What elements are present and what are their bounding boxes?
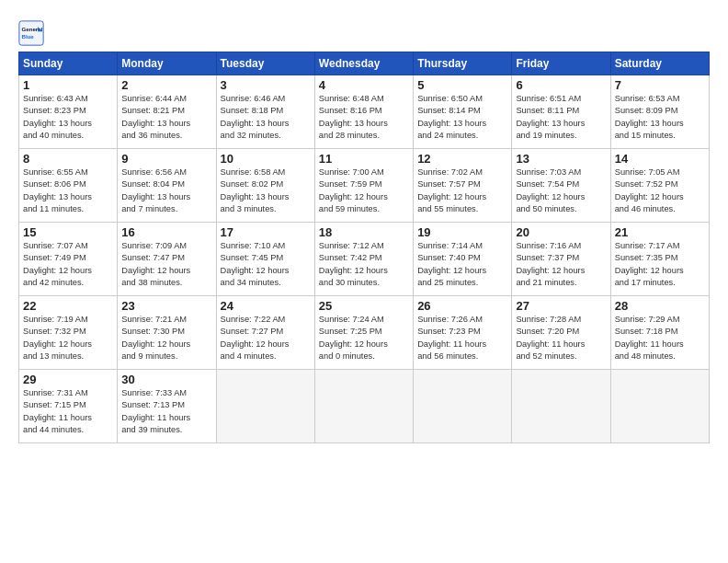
day-info: Sunrise: 6:53 AMSunset: 8:09 PMDaylight:…	[615, 93, 705, 143]
calendar-cell: 15Sunrise: 7:07 AMSunset: 7:49 PMDayligh…	[19, 223, 118, 296]
day-number: 13	[516, 152, 606, 166]
logo-icon: General Blue	[18, 20, 44, 46]
day-number: 10	[221, 152, 311, 166]
calendar-cell: 28Sunrise: 7:29 AMSunset: 7:18 PMDayligh…	[610, 296, 709, 370]
weekday-header-thursday: Thursday	[414, 52, 512, 75]
day-info: Sunrise: 7:14 AMSunset: 7:40 PMDaylight:…	[417, 240, 507, 290]
calendar-cell	[610, 370, 709, 443]
day-info: Sunrise: 7:28 AMSunset: 7:20 PMDaylight:…	[516, 314, 606, 363]
day-number: 9	[121, 152, 211, 166]
calendar-cell: 14Sunrise: 7:05 AMSunset: 7:52 PMDayligh…	[610, 149, 709, 223]
day-info: Sunrise: 7:16 AMSunset: 7:37 PMDaylight:…	[516, 240, 606, 290]
day-info: Sunrise: 7:09 AMSunset: 7:47 PMDaylight:…	[121, 240, 211, 290]
calendar-week-1: 1Sunrise: 6:43 AMSunset: 8:23 PMDaylight…	[19, 75, 710, 149]
day-number: 16	[121, 225, 211, 239]
day-number: 23	[121, 299, 211, 313]
day-info: Sunrise: 6:51 AMSunset: 8:11 PMDaylight:…	[516, 93, 606, 143]
day-info: Sunrise: 6:44 AMSunset: 8:21 PMDaylight:…	[121, 93, 211, 143]
calendar-cell: 4Sunrise: 6:48 AMSunset: 8:16 PMDaylight…	[314, 75, 413, 149]
calendar-cell: 10Sunrise: 6:58 AMSunset: 8:02 PMDayligh…	[216, 149, 314, 223]
calendar-cell	[512, 370, 610, 443]
calendar-cell: 16Sunrise: 7:09 AMSunset: 7:47 PMDayligh…	[118, 223, 216, 296]
weekday-header-monday: Monday	[118, 52, 216, 75]
calendar-cell	[314, 370, 413, 443]
day-number: 26	[417, 299, 507, 313]
calendar-week-4: 22Sunrise: 7:19 AMSunset: 7:32 PMDayligh…	[19, 296, 710, 370]
weekday-header-row: SundayMondayTuesdayWednesdayThursdayFrid…	[19, 52, 710, 75]
day-number: 12	[417, 152, 507, 166]
calendar-cell: 13Sunrise: 7:03 AMSunset: 7:54 PMDayligh…	[512, 149, 610, 223]
weekday-header-tuesday: Tuesday	[216, 52, 314, 75]
day-number: 5	[417, 78, 507, 92]
day-number: 29	[23, 373, 113, 386]
calendar-cell: 29Sunrise: 7:31 AMSunset: 7:15 PMDayligh…	[19, 370, 118, 443]
calendar-cell: 1Sunrise: 6:43 AMSunset: 8:23 PMDaylight…	[19, 75, 118, 149]
day-info: Sunrise: 7:33 AMSunset: 7:13 PMDaylight:…	[121, 387, 211, 437]
day-number: 14	[615, 152, 705, 166]
day-info: Sunrise: 6:46 AMSunset: 8:18 PMDaylight:…	[221, 93, 311, 143]
calendar-cell: 2Sunrise: 6:44 AMSunset: 8:21 PMDaylight…	[118, 75, 216, 149]
day-info: Sunrise: 7:03 AMSunset: 7:54 PMDaylight:…	[516, 167, 606, 216]
day-info: Sunrise: 7:22 AMSunset: 7:27 PMDaylight:…	[221, 314, 311, 363]
weekday-header-wednesday: Wednesday	[314, 52, 413, 75]
day-number: 24	[221, 299, 311, 313]
weekday-header-sunday: Sunday	[19, 52, 118, 75]
day-info: Sunrise: 6:50 AMSunset: 8:14 PMDaylight:…	[417, 93, 507, 143]
calendar-cell: 11Sunrise: 7:00 AMSunset: 7:59 PMDayligh…	[314, 149, 413, 223]
day-info: Sunrise: 6:48 AMSunset: 8:16 PMDaylight:…	[319, 93, 409, 143]
day-info: Sunrise: 7:19 AMSunset: 7:32 PMDaylight:…	[23, 314, 113, 363]
day-info: Sunrise: 7:10 AMSunset: 7:45 PMDaylight:…	[221, 240, 311, 290]
day-number: 1	[23, 78, 113, 92]
calendar-cell: 8Sunrise: 6:55 AMSunset: 8:06 PMDaylight…	[19, 149, 118, 223]
calendar-cell: 18Sunrise: 7:12 AMSunset: 7:42 PMDayligh…	[314, 223, 413, 296]
calendar-cell: 21Sunrise: 7:17 AMSunset: 7:35 PMDayligh…	[610, 223, 709, 296]
calendar-cell: 22Sunrise: 7:19 AMSunset: 7:32 PMDayligh…	[19, 296, 118, 370]
day-info: Sunrise: 7:02 AMSunset: 7:57 PMDaylight:…	[417, 167, 507, 216]
calendar-week-3: 15Sunrise: 7:07 AMSunset: 7:49 PMDayligh…	[19, 223, 710, 296]
logo: General Blue	[18, 20, 48, 46]
calendar-cell: 5Sunrise: 6:50 AMSunset: 8:14 PMDaylight…	[414, 75, 512, 149]
calendar-cell	[216, 370, 314, 443]
calendar-cell: 12Sunrise: 7:02 AMSunset: 7:57 PMDayligh…	[414, 149, 512, 223]
day-number: 4	[319, 78, 409, 92]
day-number: 2	[121, 78, 211, 92]
calendar-week-5: 29Sunrise: 7:31 AMSunset: 7:15 PMDayligh…	[19, 370, 710, 443]
day-info: Sunrise: 7:26 AMSunset: 7:23 PMDaylight:…	[417, 314, 507, 363]
weekday-header-friday: Friday	[512, 52, 610, 75]
day-info: Sunrise: 7:24 AMSunset: 7:25 PMDaylight:…	[319, 314, 409, 363]
weekday-header-saturday: Saturday	[610, 52, 709, 75]
day-info: Sunrise: 6:56 AMSunset: 8:04 PMDaylight:…	[121, 167, 211, 216]
day-number: 25	[319, 299, 409, 313]
day-number: 19	[417, 225, 507, 239]
day-info: Sunrise: 6:58 AMSunset: 8:02 PMDaylight:…	[221, 167, 311, 216]
day-number: 21	[615, 225, 705, 239]
day-number: 20	[516, 225, 606, 239]
day-number: 28	[615, 299, 705, 313]
day-info: Sunrise: 7:21 AMSunset: 7:30 PMDaylight:…	[121, 314, 211, 363]
day-info: Sunrise: 7:31 AMSunset: 7:15 PMDaylight:…	[23, 387, 113, 437]
day-info: Sunrise: 6:43 AMSunset: 8:23 PMDaylight:…	[23, 93, 113, 143]
day-info: Sunrise: 7:17 AMSunset: 7:35 PMDaylight:…	[615, 240, 705, 290]
calendar-cell: 3Sunrise: 6:46 AMSunset: 8:18 PMDaylight…	[216, 75, 314, 149]
calendar-cell: 6Sunrise: 6:51 AMSunset: 8:11 PMDaylight…	[512, 75, 610, 149]
day-number: 17	[221, 225, 311, 239]
calendar-cell: 19Sunrise: 7:14 AMSunset: 7:40 PMDayligh…	[414, 223, 512, 296]
day-info: Sunrise: 6:55 AMSunset: 8:06 PMDaylight:…	[23, 167, 113, 216]
day-info: Sunrise: 7:00 AMSunset: 7:59 PMDaylight:…	[319, 167, 409, 216]
day-info: Sunrise: 7:29 AMSunset: 7:18 PMDaylight:…	[615, 314, 705, 363]
calendar-cell: 17Sunrise: 7:10 AMSunset: 7:45 PMDayligh…	[216, 223, 314, 296]
day-info: Sunrise: 7:07 AMSunset: 7:49 PMDaylight:…	[23, 240, 113, 290]
day-number: 3	[221, 78, 311, 92]
calendar-week-2: 8Sunrise: 6:55 AMSunset: 8:06 PMDaylight…	[19, 149, 710, 223]
day-number: 15	[23, 225, 113, 239]
day-number: 18	[319, 225, 409, 239]
calendar-cell: 20Sunrise: 7:16 AMSunset: 7:37 PMDayligh…	[512, 223, 610, 296]
calendar-cell: 24Sunrise: 7:22 AMSunset: 7:27 PMDayligh…	[216, 296, 314, 370]
calendar-cell: 26Sunrise: 7:26 AMSunset: 7:23 PMDayligh…	[414, 296, 512, 370]
day-number: 22	[23, 299, 113, 313]
calendar-cell: 23Sunrise: 7:21 AMSunset: 7:30 PMDayligh…	[118, 296, 216, 370]
svg-text:Blue: Blue	[22, 33, 35, 40]
day-number: 11	[319, 152, 409, 166]
day-info: Sunrise: 7:05 AMSunset: 7:52 PMDaylight:…	[615, 167, 705, 216]
day-number: 30	[121, 373, 211, 386]
